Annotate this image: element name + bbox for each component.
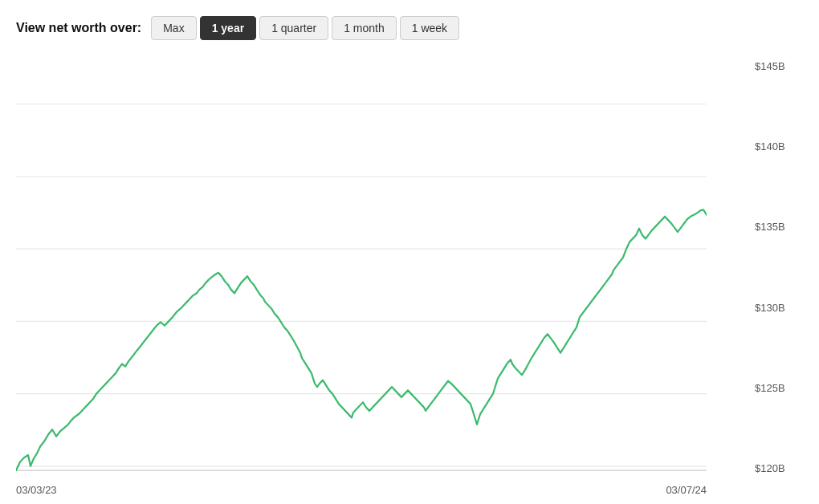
- btn-1month[interactable]: 1 month: [332, 16, 397, 40]
- x-axis-end: 03/07/24: [666, 484, 707, 496]
- btn-max[interactable]: Max: [151, 16, 196, 40]
- btn-1quarter[interactable]: 1 quarter: [259, 16, 328, 40]
- chart-header: View net worth over: Max1 year1 quarter1…: [16, 16, 803, 40]
- y-axis-label: $120B: [755, 463, 803, 474]
- y-axis-label: $135B: [755, 222, 803, 232]
- chart-area: 03/03/23 03/07/24: [16, 53, 707, 496]
- chart-wrapper: 03/03/23 03/07/24 $145B$140B$135B$130B$1…: [16, 53, 803, 496]
- btn-1year[interactable]: 1 year: [200, 16, 256, 40]
- y-axis-label: $130B: [755, 303, 803, 313]
- time-period-buttons: Max1 year1 quarter1 month1 week: [151, 16, 459, 40]
- header-label: View net worth over:: [16, 21, 141, 35]
- x-axis-start: 03/03/23: [16, 484, 57, 496]
- y-axis-label: $140B: [755, 141, 803, 152]
- x-axis: 03/03/23 03/07/24: [16, 474, 707, 496]
- y-axis-label: $125B: [755, 383, 803, 393]
- btn-1week[interactable]: 1 week: [400, 16, 459, 40]
- y-axis: $145B$140B$135B$130B$125B$120B: [755, 53, 803, 496]
- chart-svg: [16, 53, 707, 496]
- y-axis-label: $145B: [755, 61, 803, 71]
